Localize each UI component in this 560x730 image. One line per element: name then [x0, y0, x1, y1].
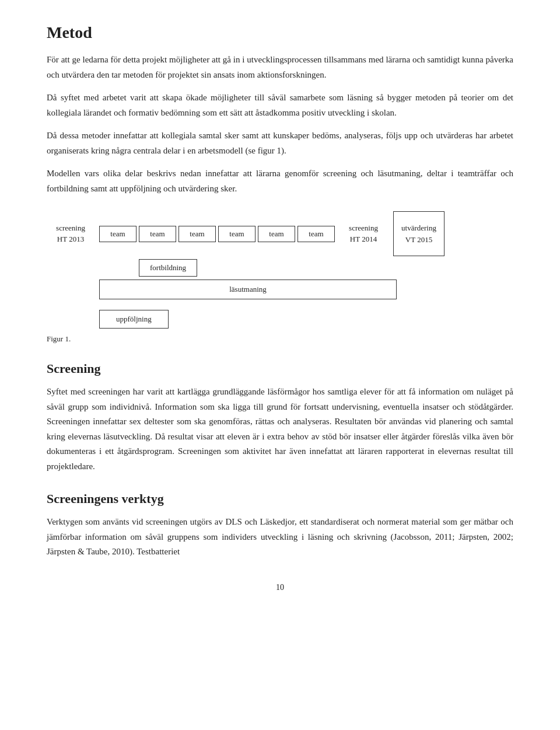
diagram-row1: screeningHT 2013 team team team team tea…: [47, 211, 513, 256]
diagram-uppfoljning-row: uppföljning: [99, 310, 513, 329]
paragraph-1: För att ge ledarna för detta projekt möj…: [47, 53, 513, 82]
figur-label: Figur 1.: [47, 334, 513, 344]
team-box-4: team: [218, 226, 256, 242]
screening-ht2014-label: screeningHT 2014: [340, 223, 387, 244]
lasutmaning-box: läsutmaning: [99, 280, 397, 299]
screeningens-heading: Screeningens verktyg: [47, 491, 513, 507]
screening-ht2013-label: screeningHT 2013: [47, 223, 94, 244]
screeningens-paragraph-1: Verktygen som använts vid screeningen ut…: [47, 515, 513, 560]
team-box-5: team: [258, 226, 295, 242]
team-box-2: team: [139, 226, 176, 242]
fortbildning-box: fortbildning: [139, 259, 197, 277]
diagram-lasutmaning-row: läsutmaning: [99, 280, 513, 299]
section-title: Metod: [47, 23, 513, 42]
diagram-row2: fortbildning: [99, 259, 513, 277]
screening-heading: Screening: [47, 361, 513, 376]
paragraph-4: Modellen vars olika delar beskrivs nedan…: [47, 166, 513, 196]
paragraph-3: Då dessa metoder innefattar att kollegia…: [47, 128, 513, 158]
paragraph-2: Då syftet med arbetet varit att skapa ök…: [47, 90, 513, 120]
team-box-6: team: [298, 226, 335, 242]
page-number: 10: [47, 583, 513, 592]
diagram: screeningHT 2013 team team team team tea…: [47, 211, 513, 329]
uppfoljning-box: uppföljning: [99, 310, 169, 329]
utvardering-box: utvärderingVT 2015: [393, 211, 444, 256]
team-boxes: team team team team team team: [99, 226, 335, 242]
team-box-3: team: [178, 226, 216, 242]
team-box-1: team: [99, 226, 136, 242]
screening-paragraph-1: Syftet med screeningen har varit att kar…: [47, 385, 513, 474]
